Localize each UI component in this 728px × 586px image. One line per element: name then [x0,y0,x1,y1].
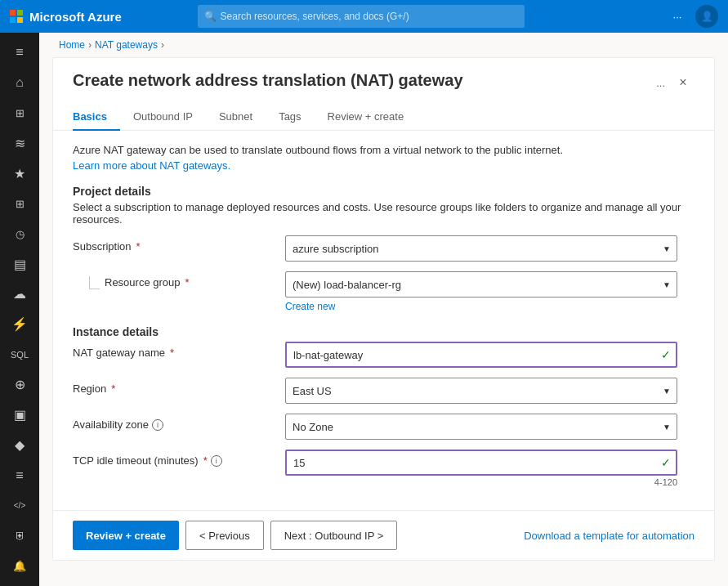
database-icon[interactable]: ▤ [3,251,36,278]
favorites-icon[interactable]: ★ [3,160,36,187]
availability-zone-select-wrapper[interactable]: No Zone ▼ [285,414,677,440]
search-icon: 🔍 [204,11,217,22]
tab-basics[interactable]: Basics [73,104,120,131]
download-template-link[interactable]: Download a template for automation [524,530,695,542]
tcp-idle-timeout-wrapper[interactable]: ✓ [285,450,677,476]
region-label: Region * [73,382,285,395]
tcp-idle-timeout-label: TCP idle timeout (minutes) * i [73,454,285,467]
user-avatar[interactable]: 👤 [695,5,718,28]
nat-gateway-name-label-col: NAT gateway name * [73,342,285,359]
search-bar[interactable]: 🔍 [198,5,525,28]
tcp-idle-timeout-input[interactable] [285,450,677,476]
resource-group-select-wrapper[interactable]: (New) load-balancer-rg ▼ [285,271,677,297]
nat-gateway-name-label: NAT gateway name * [73,347,285,359]
project-details-desc: Select a subscription to manage deployed… [73,201,695,226]
tcp-idle-timeout-info-icon[interactable]: i [211,455,222,467]
nat-gateway-name-wrapper[interactable]: ✓ [285,342,677,368]
bell-icon[interactable]: 🔔 [3,552,36,579]
tcp-idle-timeout-row: TCP idle timeout (minutes) * i ✓ 4-120 [73,450,695,487]
shield-icon[interactable]: ⛨ [3,522,36,549]
tcp-idle-timeout-control: ✓ 4-120 [285,450,695,487]
subscription-row: Subscription * azure subscription ▼ [73,235,695,262]
resource-group-label: Resource group * [105,276,190,289]
tcp-idle-timeout-label-col: TCP idle timeout (minutes) * i [73,450,285,467]
ms-logo-icon [10,10,23,23]
previous-button[interactable]: < Previous [185,521,264,550]
region-control: East US ▼ [285,378,695,404]
close-icon[interactable]: × [672,71,695,94]
sql-icon[interactable]: SQL [3,341,36,368]
tab-review-create[interactable]: Review + create [315,104,418,131]
tab-tags[interactable]: Tags [266,104,314,131]
create-new-link[interactable]: Create new [285,301,695,312]
nat-gateway-name-control: ✓ [285,342,695,368]
tab-subnet[interactable]: Subnet [206,104,266,131]
region-required: * [111,382,115,395]
list-icon[interactable]: ≡ [3,462,36,489]
nat-gateway-name-required: * [170,347,174,359]
dashboard-icon[interactable]: ⊞ [3,100,36,127]
apps-grid-icon[interactable]: ⊞ [3,190,36,217]
top-nav: Microsoft Azure 🔍 ··· 👤 [0,0,728,33]
region-label-col: Region * [73,378,285,395]
availability-zone-row: Availability zone i No Zone ▼ [73,414,695,440]
nat-gateway-name-row: NAT gateway name * ✓ [73,342,695,368]
hamburger-icon[interactable]: ≡ [3,39,36,66]
tab-outbound-ip[interactable]: Outbound IP [120,104,206,131]
recent-icon[interactable]: ◷ [3,221,36,248]
breadcrumb: Home › NAT gateways › [39,33,728,57]
breadcrumb-home[interactable]: Home [59,39,85,51]
brand: Microsoft Azure [10,10,122,24]
diamond-icon[interactable]: ◆ [3,432,36,459]
availability-zone-info-icon[interactable]: i [152,419,163,431]
nat-gateway-name-check-icon: ✓ [661,348,671,361]
breadcrumb-nat-gateways[interactable]: NAT gateways [95,39,158,51]
main-content: Home › NAT gateways › Create network add… [39,33,728,586]
breadcrumb-sep-1: › [88,39,92,51]
panel-title: Create network address translation (NAT)… [73,71,463,90]
subscription-required: * [136,240,141,253]
instance-details-title: Instance details [73,325,695,338]
nat-gateway-name-input[interactable] [285,342,677,368]
tcp-idle-timeout-required: * [203,454,208,467]
resource-group-required: * [185,276,190,289]
learn-more-link[interactable]: Learn more about NAT gateways. [73,159,230,172]
panel-more-icon[interactable]: ... [656,77,665,89]
availability-zone-label: Availability zone i [73,418,285,431]
project-details-title: Project details [73,185,695,198]
panel-header-icons: ... × [656,71,695,94]
region-row: Region * East US ▼ [73,378,695,404]
subscription-select-wrapper[interactable]: azure subscription ▼ [285,235,677,262]
home-icon[interactable]: ⌂ [3,69,36,96]
info-text: Azure NAT gateway can be used to transla… [73,144,695,156]
resource-group-control: (New) load-balancer-rg ▼ Create new [285,271,695,312]
breadcrumb-sep-2: › [161,39,164,51]
globe-icon[interactable]: ⊕ [3,371,36,398]
code-icon[interactable]: </> [3,492,36,519]
cloud-icon[interactable]: ☁ [3,281,36,308]
region-select[interactable]: East US [285,378,677,404]
more-options-nav-icon[interactable]: ··· [666,5,689,28]
subscription-control: azure subscription ▼ [285,235,695,262]
tcp-idle-timeout-check-icon: ✓ [661,456,671,469]
monitor-icon[interactable]: ▣ [3,401,36,428]
subscription-label-col: Subscription * [73,235,285,253]
review-create-button[interactable]: Review + create [73,521,179,550]
subscription-select[interactable]: azure subscription [285,235,677,262]
lightning-icon[interactable]: ⚡ [3,311,36,338]
activity-icon[interactable]: ≋ [3,130,36,157]
region-select-wrapper[interactable]: East US ▼ [285,378,677,404]
availability-zone-control: No Zone ▼ [285,414,695,440]
next-outbound-ip-button[interactable]: Next : Outbound IP > [270,521,398,550]
form-body: Azure NAT gateway can be used to transla… [53,131,714,510]
search-input[interactable] [198,5,525,28]
tcp-idle-timeout-range-hint: 4-120 [285,477,677,487]
panel-footer: Review + create < Previous Next : Outbou… [53,510,714,560]
subscription-label: Subscription * [73,240,285,253]
panel-header: Create network address translation (NAT)… [53,58,714,94]
tabs: Basics Outbound IP Subnet Tags Review + … [53,104,714,131]
availability-zone-label-col: Availability zone i [73,414,285,431]
availability-zone-select[interactable]: No Zone [285,414,677,440]
sidebar: ≡ ⌂ ⊞ ≋ ★ ⊞ ◷ ▤ ☁ ⚡ SQL ⊕ ▣ ◆ ≡ </> ⛨ 🔔 [0,33,39,586]
resource-group-select[interactable]: (New) load-balancer-rg [285,271,677,297]
